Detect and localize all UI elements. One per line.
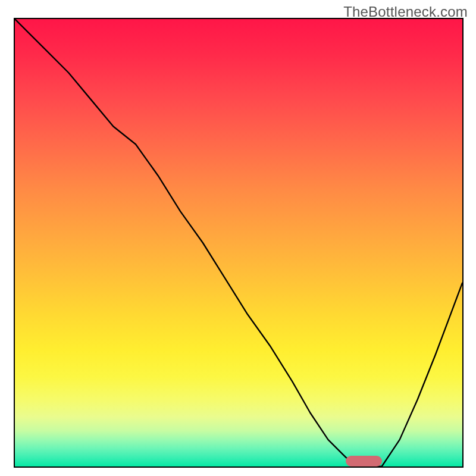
chart-stage: TheBottleneck.com — [0, 0, 476, 476]
curve-path — [15, 19, 462, 466]
watermark-text: TheBottleneck.com — [343, 4, 468, 20]
optimal-marker — [346, 456, 381, 466]
bottleneck-curve — [15, 19, 462, 466]
plot-area — [14, 18, 464, 468]
